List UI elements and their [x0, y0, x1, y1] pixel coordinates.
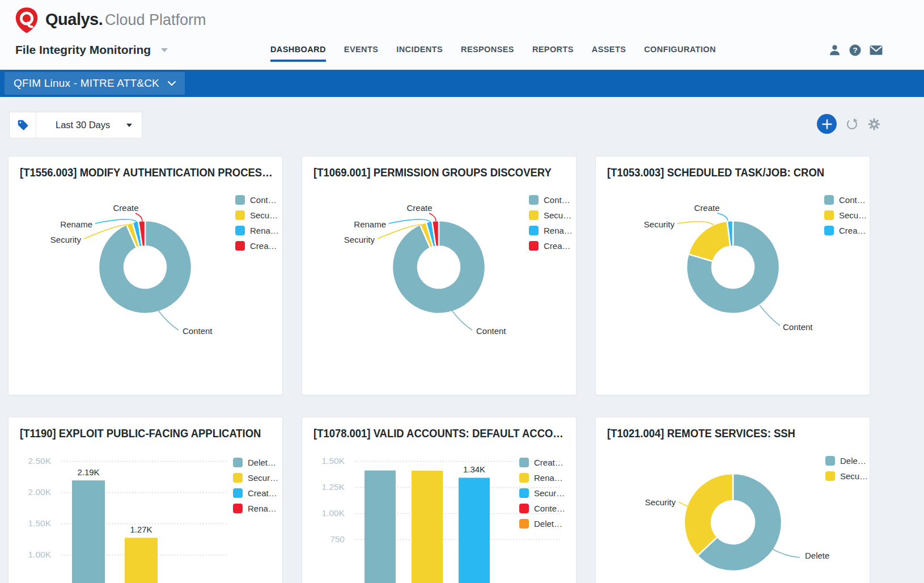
user-icon[interactable]: [828, 44, 841, 57]
nav-tab-dashboard[interactable]: DASHBOARD: [270, 45, 326, 62]
nav-tab-responses[interactable]: RESPONSES: [461, 45, 514, 62]
legend-item[interactable]: Cont…: [529, 195, 573, 205]
axis-tick-label: 2.50K: [28, 456, 51, 466]
nav-tab-events[interactable]: EVENTS: [344, 45, 378, 62]
legend-item[interactable]: Secu…: [235, 210, 279, 220]
nav-tab-reports[interactable]: REPORTS: [532, 45, 574, 62]
donut-slice-security[interactable]: [688, 221, 730, 261]
legend-label: Rena…: [248, 504, 277, 513]
bar-delete[interactable]: [72, 480, 105, 583]
bar-value-label: 1.27K: [130, 525, 152, 534]
slice-label: Security: [344, 235, 375, 244]
legend-color-chip: [519, 473, 529, 483]
axis-tick-label: 2.00K: [28, 487, 51, 497]
time-range-value: Last 30 Days: [56, 120, 110, 130]
chart-legend: Dele…Secu…: [825, 456, 868, 481]
legend-label: Crea…: [544, 241, 571, 251]
gear-icon: [867, 117, 881, 131]
legend-label: Cont…: [544, 195, 570, 205]
slice-label: Security: [645, 497, 676, 507]
tag-filter-button[interactable]: [10, 112, 36, 138]
legend-color-chip: [519, 458, 529, 467]
legend-item[interactable]: Rena…: [233, 504, 278, 513]
legend-color-chip: [824, 195, 834, 205]
refresh-button[interactable]: [845, 117, 859, 131]
legend-item[interactable]: Rena…: [529, 226, 573, 235]
legend-item[interactable]: Secur…: [233, 473, 278, 483]
callout-line: [135, 213, 142, 221]
legend-item[interactable]: Secu…: [824, 210, 867, 220]
slice-label: Security: [644, 219, 675, 229]
slice-label: Rename: [354, 219, 386, 229]
legend-label: Dele…: [840, 456, 866, 466]
nav-tab-configuration[interactable]: CONFIGURATION: [644, 45, 716, 62]
plus-icon: [822, 119, 832, 129]
slice-label: Create: [694, 203, 719, 213]
legend-item[interactable]: Cont…: [235, 195, 279, 205]
legend-item[interactable]: Cont…: [824, 195, 867, 205]
bar-rename[interactable]: [412, 471, 443, 583]
settings-button[interactable]: [867, 117, 881, 131]
legend-color-chip: [529, 241, 539, 251]
legend-item[interactable]: Dele…: [825, 456, 868, 466]
tag-icon: [17, 119, 29, 131]
add-widget-button[interactable]: [817, 114, 837, 134]
legend-item[interactable]: Creat…: [233, 488, 278, 498]
callout-line: [717, 213, 728, 221]
legend-item[interactable]: Rena…: [519, 473, 565, 483]
legend-item[interactable]: Secu…: [825, 471, 868, 481]
widget-card: [T1021.004] REMOTE SERVICES: SSHSecurity…: [595, 417, 870, 583]
legend-item[interactable]: Rena…: [235, 226, 279, 235]
legend-label: Cont…: [250, 195, 277, 205]
brand-name: Qualys.: [45, 10, 103, 29]
widget-card: [T1053.003] SCHEDULED TASK/JOB: CRONCrea…: [595, 156, 870, 395]
widget-card: [T1069.001] PERMISSION GROUPS DISCOVERYC…: [302, 156, 577, 395]
axis-tick-label: 1.00K: [28, 550, 51, 559]
legend-item[interactable]: Delet…: [519, 519, 565, 529]
legend-color-chip: [825, 456, 835, 466]
legend-item[interactable]: Crea…: [824, 226, 867, 235]
main-nav: DASHBOARDEVENTSINCIDENTSRESPONSESREPORTS…: [270, 45, 716, 62]
legend-label: Creat…: [248, 488, 277, 498]
legend-color-chip: [233, 458, 243, 467]
help-icon[interactable]: ?: [849, 44, 862, 57]
legend-item[interactable]: Crea…: [235, 241, 279, 251]
legend-color-chip: [824, 226, 834, 235]
legend-item[interactable]: Conte…: [519, 504, 565, 513]
chevron-down-icon: [161, 48, 168, 52]
legend-item[interactable]: Crea…: [529, 241, 573, 251]
nav-tab-incidents[interactable]: INCIDENTS: [396, 45, 443, 62]
legend-color-chip: [529, 195, 539, 205]
axis-tick-label: 1.25K: [321, 482, 345, 492]
dashboard-bar: QFIM Linux - MITRE ATT&CK: [0, 70, 924, 97]
legend-item[interactable]: Secur…: [519, 488, 565, 498]
nav-tab-assets[interactable]: ASSETS: [592, 45, 626, 62]
time-range-dropdown[interactable]: Last 30 Days: [36, 120, 142, 130]
dashboard-picker[interactable]: QFIM Linux - MITRE ATT&CK: [5, 72, 185, 95]
bar-security[interactable]: [125, 538, 158, 583]
legend-label: Secur…: [248, 473, 278, 483]
bar-security[interactable]: [459, 478, 490, 583]
legend-color-chip: [235, 226, 245, 235]
slice-label: Content: [783, 322, 813, 332]
bar-value-label: 1.34K: [463, 464, 485, 474]
bar-create[interactable]: [364, 471, 396, 583]
legend-label: Secu…: [544, 210, 571, 220]
callout-line: [429, 213, 436, 221]
legend-label: Cont…: [839, 195, 866, 205]
legend-label: Creat…: [534, 458, 563, 467]
slice-label: Create: [406, 203, 432, 213]
app-picker-label: File Integrity Monitoring: [15, 43, 151, 57]
donut-chart: SecurityDelete: [596, 417, 870, 583]
legend-item[interactable]: Secu…: [529, 210, 573, 220]
app-picker[interactable]: File Integrity Monitoring: [15, 43, 168, 57]
legend-label: Crea…: [250, 241, 277, 251]
app-header: Qualys. Cloud Platform File Integrity Mo…: [0, 0, 924, 70]
chart-legend: Creat…Rena…Secur…Conte…Delet…: [519, 458, 565, 529]
legend-item[interactable]: Delet…: [233, 458, 278, 467]
legend-item[interactable]: Creat…: [519, 458, 565, 467]
chart-legend: Cont…Secu…Rena…Crea…: [235, 195, 279, 251]
mail-icon[interactable]: [869, 44, 883, 57]
legend-label: Rena…: [544, 226, 573, 235]
dashboard-title: QFIM Linux - MITRE ATT&CK: [14, 77, 159, 90]
